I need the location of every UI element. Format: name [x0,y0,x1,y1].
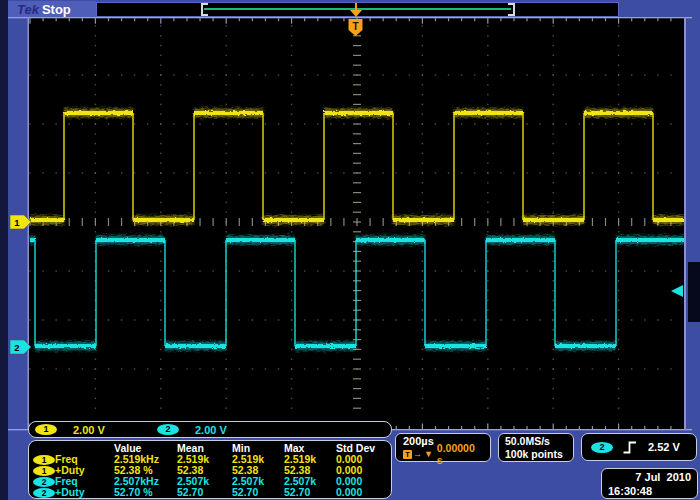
trigger-position-arrow-icon[interactable] [355,3,358,10]
trigger-position-arrowhead-icon [350,10,362,17]
ch2-marker-label: 2 [14,342,19,353]
record-length: 100k points [505,448,567,461]
right-bezel-notch [688,262,700,322]
datetime-box: 7 Jul 2010 16:30:48 [601,468,698,499]
acquisition-readout-box: 50.0MS/s 100k points [498,433,574,462]
oscilloscope-screen: T 1 2 Tek Stop 1 2.00 V 2 2.00 V [0,0,700,500]
zoom-window-right-bracket-icon[interactable] [508,3,515,16]
horizontal-delay-readout: 0.00000 s [437,442,483,466]
graticule-top-frame [8,17,692,18]
ch2-badge[interactable]: 2 [157,424,179,435]
ch1-scale-readout[interactable]: 2.00 V [73,424,105,436]
ch1-trace [30,109,684,225]
ch2-trace [30,236,684,351]
status-tab: Tek Stop [8,1,96,17]
measurement-mean: 52.70 [177,487,232,498]
measurements-panel: Value Mean Min Max Std Dev 1 Freq 2.519k… [28,440,392,499]
measurement-value: 52.70 % [114,487,177,498]
trigger-source-badge: 2 [591,442,613,453]
channel-scale-bar: 1 2.00 V 2 2.00 V [28,421,392,438]
ch1-badge[interactable]: 1 [35,424,57,435]
arrow-right-icon: → [413,449,422,459]
measurement-name: +Duty [55,487,114,498]
ch1-badge: 1 [33,466,55,476]
measurement-min: 52.70 [232,487,284,498]
date-readout: 7 Jul 2010 [608,470,691,484]
ch2-badge: 2 [33,477,55,487]
measurement-row: 2 +Duty 52.70 % 52.70 52.70 52.70 0.000 [29,487,391,498]
ch1-marker-label: 1 [14,217,20,228]
timebase-readout-box[interactable]: 200µs T → ▼ 0.00000 s [395,433,491,462]
ch2-scale-readout[interactable]: 2.00 V [195,424,227,436]
trigger-position-flag-icon[interactable]: T [349,19,363,36]
measurement-std: 0.000 [336,487,393,498]
acquisition-status: Stop [42,2,71,17]
trigger-flag-label: T [352,21,358,32]
waveform-traces [30,109,684,351]
ch2-badge: 2 [33,488,55,498]
graticule-right-frame [684,17,686,430]
sample-rate: 50.0MS/s [505,435,567,448]
measurement-max: 52.70 [284,487,336,498]
rising-edge-slope-icon [622,440,638,455]
ch1-badge: 1 [33,455,55,465]
tek-logo: Tek [17,2,39,17]
zoom-window-left-bracket-icon[interactable] [201,3,208,16]
trigger-readout-box[interactable]: 2 2.52 V [581,433,697,461]
triangle-down-icon: ▼ [424,449,433,459]
trigger-level-readout: 2.52 V [648,441,680,453]
time-readout: 16:30:48 [608,484,691,498]
trigger-t-icon: T [403,450,412,459]
trigger-level-arrow-icon[interactable] [671,285,683,297]
